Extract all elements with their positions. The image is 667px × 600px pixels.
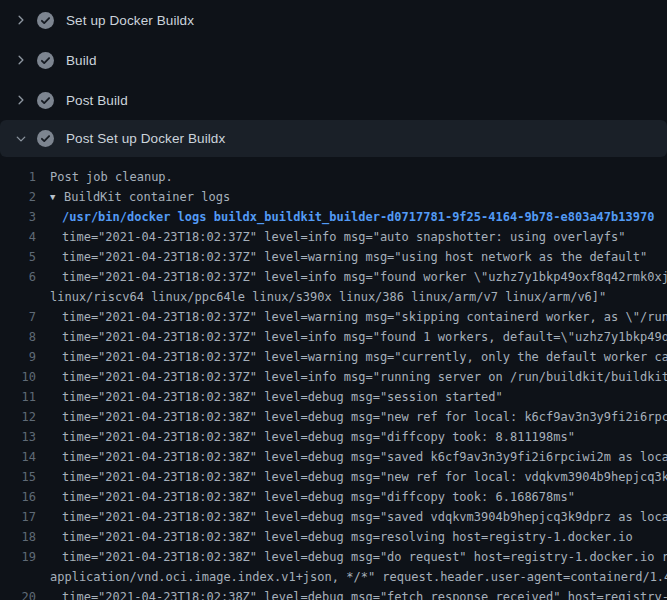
chevron-down-icon [13, 131, 29, 147]
check-circle-icon [37, 52, 54, 69]
log-lines: 1Post job cleanup.2▼BuildKit container l… [0, 167, 667, 600]
line-number[interactable]: 17 [0, 507, 36, 527]
line-number[interactable]: 16 [0, 487, 36, 507]
log-text: time="2021-04-23T18:02:38Z" level=debug … [50, 447, 667, 467]
chevron-right-icon [13, 92, 29, 108]
line-number[interactable]: 20 [0, 587, 36, 600]
check-circle-icon [37, 92, 54, 109]
log-text: time="2021-04-23T18:02:37Z" level=info m… [50, 367, 667, 387]
log-line: 12time="2021-04-23T18:02:38Z" level=debu… [0, 407, 667, 427]
log-text: time="2021-04-23T18:02:37Z" level=warnin… [50, 247, 647, 267]
line-number[interactable]: 1 [0, 167, 36, 187]
chevron-right-icon [13, 12, 29, 28]
line-number[interactable]: 7 [0, 307, 36, 327]
log-area: 1Post job cleanup.2▼BuildKit container l… [0, 157, 667, 600]
step-list: Set up Docker Buildx Build Post Build [0, 0, 667, 157]
line-number[interactable]: 9 [0, 347, 36, 367]
log-text: time="2021-04-23T18:02:38Z" level=debug … [50, 407, 667, 427]
log-line: 13time="2021-04-23T18:02:38Z" level=debu… [0, 427, 667, 447]
check-circle-icon [37, 12, 54, 29]
log-line: 20time="2021-04-23T18:02:38Z" level=debu… [0, 587, 667, 600]
log-text: time="2021-04-23T18:02:38Z" level=debug … [50, 467, 667, 487]
step-row-build[interactable]: Build [0, 40, 667, 80]
log-group-toggle[interactable]: ▼BuildKit container logs [50, 187, 230, 207]
log-text: time="2021-04-23T18:02:38Z" level=debug … [50, 547, 667, 567]
log-line: application/vnd.oci.image.index.v1+json,… [0, 567, 667, 587]
log-command-text: /usr/bin/docker logs buildx_buildkit_bui… [50, 207, 654, 227]
line-number[interactable]: 5 [0, 247, 36, 267]
log-text: time="2021-04-23T18:02:38Z" level=debug … [50, 507, 667, 527]
log-text: linux/riscv64 linux/ppc64le linux/s390x … [50, 287, 606, 307]
log-line: 17time="2021-04-23T18:02:38Z" level=debu… [0, 507, 667, 527]
step-row-set-up-docker-buildx[interactable]: Set up Docker Buildx [0, 0, 667, 40]
log-line: 1Post job cleanup. [0, 167, 667, 187]
log-text: time="2021-04-23T18:02:37Z" level=info m… [50, 267, 667, 287]
log-line: 4time="2021-04-23T18:02:37Z" level=info … [0, 227, 667, 247]
chevron-right-icon [13, 52, 29, 68]
log-line: 11time="2021-04-23T18:02:38Z" level=debu… [0, 387, 667, 407]
log-line: 8time="2021-04-23T18:02:37Z" level=info … [0, 327, 667, 347]
step-row-post-set-up-docker-buildx[interactable]: Post Set up Docker Buildx [0, 120, 667, 157]
line-number[interactable]: 14 [0, 447, 36, 467]
log-text: time="2021-04-23T18:02:37Z" level=warnin… [50, 347, 667, 367]
line-number [0, 567, 36, 587]
log-text: time="2021-04-23T18:02:37Z" level=info m… [50, 327, 667, 347]
log-text: time="2021-04-23T18:02:38Z" level=debug … [50, 527, 633, 547]
workflow-log-viewer: Set up Docker Buildx Build Post Build [0, 0, 667, 600]
log-line: 15time="2021-04-23T18:02:38Z" level=debu… [0, 467, 667, 487]
log-line: 5time="2021-04-23T18:02:37Z" level=warni… [0, 247, 667, 267]
log-line: 18time="2021-04-23T18:02:38Z" level=debu… [0, 527, 667, 547]
step-row-post-build[interactable]: Post Build [0, 80, 667, 120]
log-line: linux/riscv64 linux/ppc64le linux/s390x … [0, 287, 667, 307]
step-label: Set up Docker Buildx [66, 13, 194, 28]
log-text: time="2021-04-23T18:02:37Z" level=info m… [50, 227, 626, 247]
line-number[interactable]: 15 [0, 467, 36, 487]
line-number[interactable]: 11 [0, 387, 36, 407]
log-line: 7time="2021-04-23T18:02:37Z" level=warni… [0, 307, 667, 327]
log-text: application/vnd.oci.image.index.v1+json,… [50, 567, 667, 587]
line-number[interactable]: 2 [0, 187, 36, 207]
step-label: Build [66, 53, 97, 68]
log-line: 10time="2021-04-23T18:02:37Z" level=info… [0, 367, 667, 387]
log-line: 3/usr/bin/docker logs buildx_buildkit_bu… [0, 207, 667, 227]
line-number[interactable]: 10 [0, 367, 36, 387]
log-text: time="2021-04-23T18:02:38Z" level=debug … [50, 587, 667, 600]
log-line: 2▼BuildKit container logs [0, 187, 667, 207]
step-label: Post Build [66, 93, 128, 108]
line-number[interactable]: 3 [0, 207, 36, 227]
line-number[interactable]: 12 [0, 407, 36, 427]
line-number[interactable]: 6 [0, 267, 36, 287]
line-number[interactable]: 19 [0, 547, 36, 567]
log-line: 16time="2021-04-23T18:02:38Z" level=debu… [0, 487, 667, 507]
log-text: time="2021-04-23T18:02:38Z" level=debug … [50, 487, 575, 507]
check-circle-icon [37, 130, 54, 147]
line-number[interactable]: 18 [0, 527, 36, 547]
log-line: 19time="2021-04-23T18:02:38Z" level=debu… [0, 547, 667, 567]
collapse-triangle-icon: ▼ [50, 187, 64, 207]
log-text: time="2021-04-23T18:02:38Z" level=debug … [50, 427, 575, 447]
step-label: Post Set up Docker Buildx [66, 131, 225, 146]
log-line: 6time="2021-04-23T18:02:37Z" level=info … [0, 267, 667, 287]
log-text: Post job cleanup. [50, 167, 173, 187]
log-text: time="2021-04-23T18:02:37Z" level=warnin… [50, 307, 667, 327]
line-number[interactable]: 13 [0, 427, 36, 447]
line-number[interactable]: 4 [0, 227, 36, 247]
line-number [0, 287, 36, 307]
log-text: time="2021-04-23T18:02:38Z" level=debug … [50, 387, 503, 407]
log-line: 14time="2021-04-23T18:02:38Z" level=debu… [0, 447, 667, 467]
log-line: 9time="2021-04-23T18:02:37Z" level=warni… [0, 347, 667, 367]
line-number[interactable]: 8 [0, 327, 36, 347]
